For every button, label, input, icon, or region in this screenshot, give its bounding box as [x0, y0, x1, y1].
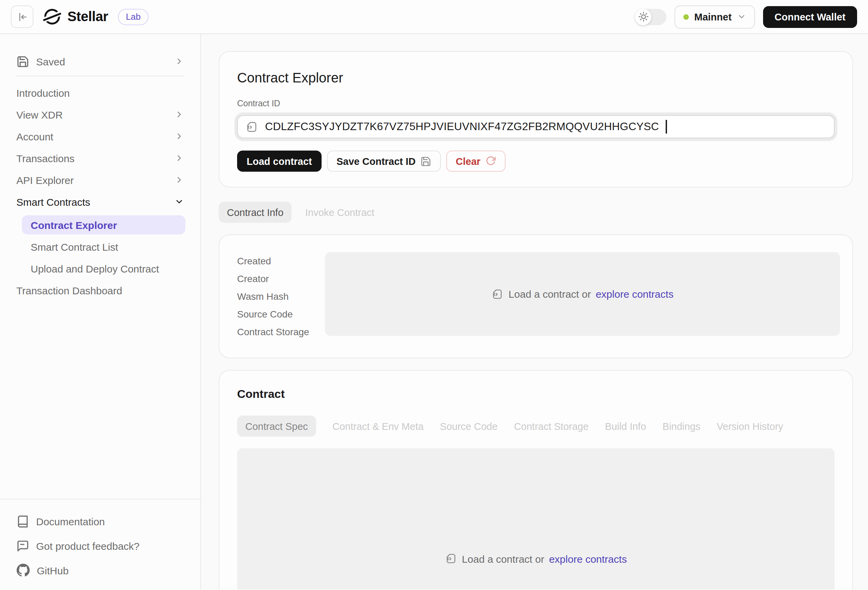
field-label-wasm-hash: Wasm Hash — [237, 288, 325, 305]
collapse-sidebar-icon — [17, 11, 28, 22]
chevron-down-icon — [737, 12, 746, 21]
contract-info-card: Created Creator Wasm Hash Source Code Co… — [219, 235, 853, 358]
tab-bindings[interactable]: Bindings — [663, 421, 700, 432]
contract-tabs: Contract Info Invoke Contract — [219, 202, 853, 223]
tab-version-history[interactable]: Version History — [717, 421, 783, 432]
sidebar-item-transaction-dashboard[interactable]: Transaction Dashboard — [0, 279, 200, 301]
chevron-right-icon — [174, 56, 184, 66]
contract-icon — [492, 288, 504, 300]
network-status-dot — [683, 14, 689, 19]
contract-icon — [245, 120, 258, 133]
field-label-creator: Creator — [237, 270, 325, 288]
chevron-down-icon — [174, 197, 184, 206]
main-content: Contract Explorer Contract ID CDLZFC3SYJ… — [201, 34, 868, 589]
contract-explorer-card: Contract Explorer Contract ID CDLZFC3SYJ… — [219, 51, 853, 187]
sidebar-item-account[interactable]: Account — [0, 125, 200, 147]
chevron-right-icon — [174, 153, 184, 163]
sidebar: Saved Introduction View XDR Account Tran… — [0, 34, 201, 589]
tab-contract-spec[interactable]: Contract Spec — [237, 416, 316, 437]
sidebar-item-smart-contracts[interactable]: Smart Contracts — [0, 191, 200, 212]
save-icon — [16, 55, 29, 68]
chevron-right-icon — [174, 175, 184, 184]
empty-state-text: Load a contract or — [509, 288, 591, 300]
contract-icon — [445, 553, 457, 565]
sidebar-item-label: Saved — [36, 56, 168, 67]
tab-build-info[interactable]: Build Info — [605, 421, 646, 432]
sidebar-link-documentation[interactable]: Documentation — [0, 509, 200, 534]
tab-contract-info[interactable]: Contract Info — [219, 202, 292, 223]
sidebar-divider — [16, 76, 184, 76]
theme-toggle[interactable] — [635, 9, 666, 25]
page-title: Contract Explorer — [237, 68, 835, 87]
sidebar-item-transactions[interactable]: Transactions — [0, 147, 200, 169]
contract-card-title: Contract — [237, 386, 835, 403]
sidebar-footer-divider — [0, 499, 200, 499]
field-label-source-code: Source Code — [237, 305, 325, 323]
stellar-lab-app: Stellar Lab Mainnet Connect Wallet — [0, 0, 868, 590]
sidebar-item-saved[interactable]: Saved — [0, 49, 200, 74]
sidebar-item-introduction[interactable]: Introduction — [0, 82, 200, 103]
contract-id-label: Contract ID — [237, 98, 835, 109]
explore-contracts-link[interactable]: explore contracts — [596, 288, 673, 300]
info-empty-state: Load a contract or explore contracts — [325, 252, 840, 336]
brand-name: Stellar — [68, 9, 108, 25]
sidebar-item-upload-deploy-contract[interactable]: Upload and Deploy Contract — [0, 258, 200, 279]
sidebar-link-github[interactable]: GitHub — [0, 558, 200, 583]
refresh-icon — [485, 156, 496, 167]
sidebar-item-contract-explorer[interactable]: Contract Explorer — [22, 215, 185, 235]
github-icon — [16, 563, 30, 577]
book-icon — [16, 515, 29, 528]
sidebar-item-view-xdr[interactable]: View XDR — [0, 103, 200, 125]
contract-detail-tabs: Contract Spec Contract & Env Meta Source… — [237, 416, 835, 437]
tab-source-code[interactable]: Source Code — [440, 421, 497, 432]
save-contract-id-button[interactable]: Save Contract ID — [327, 150, 441, 172]
tab-contract-storage[interactable]: Contract Storage — [514, 421, 589, 432]
tab-contract-env-meta[interactable]: Contract & Env Meta — [332, 421, 424, 432]
contract-id-input[interactable]: CDLZFC3SYJYDZT7K67VZ75HPJVIEUVNIXF47ZG2F… — [237, 115, 835, 138]
lab-badge: Lab — [118, 9, 149, 25]
network-label: Mainnet — [694, 11, 732, 22]
load-contract-button[interactable]: Load contract — [237, 150, 322, 172]
chevron-right-icon — [174, 131, 184, 141]
stellar-logo-icon — [43, 7, 61, 26]
explore-contracts-link[interactable]: explore contracts — [549, 553, 627, 565]
connect-wallet-button[interactable]: Connect Wallet — [763, 6, 857, 28]
chat-bubble-icon — [16, 539, 29, 552]
chevron-right-icon — [174, 110, 184, 119]
app-header: Stellar Lab Mainnet Connect Wallet — [0, 0, 868, 34]
stellar-logo[interactable]: Stellar — [43, 7, 108, 26]
sidebar-link-feedback[interactable]: Got product feedback? — [0, 534, 200, 558]
contract-card: Contract Contract Spec Contract & Env Me… — [219, 370, 853, 589]
save-icon — [421, 156, 431, 167]
network-selector[interactable]: Mainnet — [675, 5, 755, 28]
contract-id-value: CDLZFC3SYJYDZT7K67VZ75HPJVIEUVNIXF47ZG2F… — [265, 121, 659, 133]
text-caret — [666, 120, 667, 134]
sidebar-item-smart-contract-list[interactable]: Smart Contract List — [0, 236, 200, 258]
sidebar-item-api-explorer[interactable]: API Explorer — [0, 169, 200, 191]
collapse-sidebar-button[interactable] — [11, 6, 33, 28]
empty-state-text: Load a contract or — [462, 553, 545, 565]
field-label-contract-storage: Contract Storage — [237, 323, 325, 341]
contract-empty-state: Load a contract or explore contracts — [237, 448, 835, 589]
clear-button[interactable]: Clear — [446, 150, 506, 172]
sun-icon — [638, 12, 648, 22]
field-label-created: Created — [237, 252, 325, 270]
tab-invoke-contract[interactable]: Invoke Contract — [305, 207, 374, 218]
